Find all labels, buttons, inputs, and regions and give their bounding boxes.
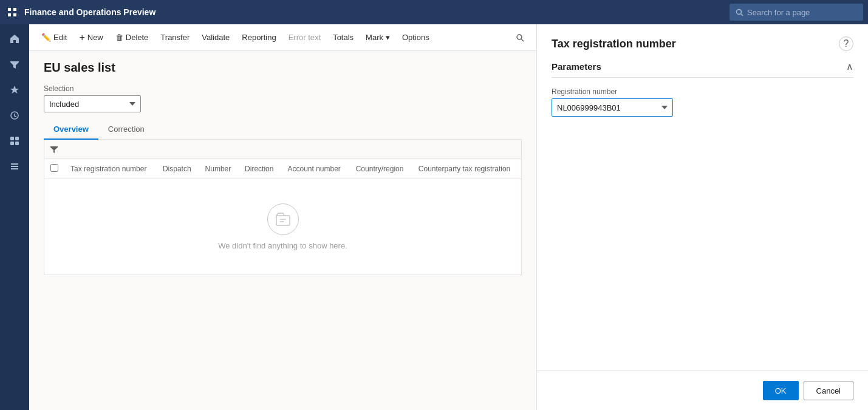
svg-rect-12 — [11, 166, 18, 167]
mark-chevron-icon: ▾ — [386, 33, 390, 42]
svg-rect-7 — [10, 137, 14, 140]
col-counterparty-tax-reg: Counterparty tax registration — [412, 159, 521, 179]
svg-rect-0 — [8, 8, 11, 11]
svg-rect-16 — [276, 216, 290, 225]
edit-icon: ✏️ — [41, 33, 51, 42]
selection-dropdown[interactable]: Included All Excluded — [44, 95, 141, 112]
svg-rect-10 — [15, 142, 19, 145]
new-icon: + — [79, 32, 84, 43]
parameters-section: Parameters ∧ Registration number NL00699… — [537, 51, 868, 136]
right-panel: Tax registration number ? Parameters ∧ R… — [536, 24, 868, 410]
selection-label: Selection — [44, 84, 522, 93]
col-direction: Direction — [239, 159, 281, 179]
svg-rect-2 — [8, 13, 11, 16]
svg-rect-11 — [11, 163, 18, 165]
search-input[interactable] — [747, 8, 844, 17]
delete-icon: 🗑 — [115, 33, 123, 42]
page-content: EU sales list Selection Included All Exc… — [29, 51, 536, 410]
tab-correction[interactable]: Correction — [98, 120, 154, 140]
select-all-checkbox[interactable] — [50, 164, 58, 172]
svg-line-5 — [741, 13, 743, 16]
content-area: ✏️ Edit + New 🗑 Delete Transfer Validate… — [29, 24, 536, 410]
col-dispatch: Dispatch — [157, 159, 199, 179]
empty-message: We didn't find anything to show here. — [218, 241, 347, 250]
collapse-icon[interactable]: ∧ — [846, 61, 853, 72]
registration-number-label: Registration number — [552, 87, 853, 96]
ok-button[interactable]: OK — [763, 381, 799, 400]
app-title: Finance and Operations Preview — [24, 7, 725, 17]
svg-rect-1 — [13, 8, 16, 11]
grid-menu-icon[interactable] — [5, 5, 19, 19]
registration-number-select[interactable]: NL006999943B01 — [552, 98, 673, 117]
edit-button[interactable]: ✏️ Edit — [36, 28, 72, 47]
sidebar-item-list[interactable] — [2, 154, 27, 179]
transfer-button[interactable]: Transfer — [155, 28, 194, 47]
reporting-button[interactable]: Reporting — [237, 28, 281, 47]
table-wrapper: Tax registration number Dispatch Number … — [44, 140, 522, 275]
main-layout: ✏️ Edit + New 🗑 Delete Transfer Validate… — [0, 24, 868, 410]
sidebar-item-workspace[interactable] — [2, 129, 27, 153]
sidebar-item-home[interactable] — [2, 27, 27, 51]
filter-bar — [44, 140, 521, 159]
parameters-label: Parameters — [552, 61, 601, 72]
registration-number-field: Registration number NL006999943B01 — [552, 87, 853, 117]
mark-button[interactable]: Mark ▾ — [361, 28, 395, 47]
sidebar-item-favorites[interactable] — [2, 78, 27, 102]
delete-button[interactable]: 🗑 Delete — [111, 28, 154, 47]
panel-footer: OK Cancel — [537, 371, 868, 410]
top-bar: Finance and Operations Preview — [0, 0, 868, 24]
totals-button[interactable]: Totals — [328, 28, 358, 47]
svg-line-15 — [521, 39, 524, 41]
new-button[interactable]: + New — [74, 28, 108, 47]
col-checkbox — [44, 159, 64, 179]
selection-row: Selection Included All Excluded — [44, 84, 522, 112]
data-table: Tax registration number Dispatch Number … — [44, 159, 521, 275]
col-tax-reg-number: Tax registration number — [64, 159, 157, 179]
tabs-bar: Overview Correction — [44, 120, 522, 140]
empty-state-row: We didn't find anything to show here. — [44, 179, 521, 275]
left-sidebar — [0, 24, 29, 410]
filter-icon[interactable] — [47, 142, 61, 157]
sidebar-item-filter[interactable] — [2, 52, 27, 77]
help-icon[interactable]: ? — [839, 36, 853, 51]
svg-point-4 — [737, 9, 742, 14]
parameters-header: Parameters ∧ — [552, 61, 853, 78]
search-toolbar-icon[interactable] — [511, 28, 529, 47]
right-panel-title: Tax registration number — [552, 38, 676, 50]
page-title: EU sales list — [44, 61, 522, 75]
svg-rect-8 — [15, 137, 19, 140]
sidebar-item-recent[interactable] — [2, 103, 27, 128]
table-header-row: Tax registration number Dispatch Number … — [44, 159, 521, 179]
options-button[interactable]: Options — [397, 28, 434, 47]
col-account-number: Account number — [281, 159, 349, 179]
search-box[interactable] — [730, 4, 863, 21]
col-country-region: Country/region — [350, 159, 412, 179]
cancel-button[interactable]: Cancel — [804, 381, 853, 400]
svg-point-14 — [517, 35, 522, 39]
col-number: Number — [199, 159, 239, 179]
empty-state: We didn't find anything to show here. — [44, 179, 521, 275]
right-panel-header: Tax registration number ? — [537, 24, 868, 51]
error-text-button[interactable]: Error text — [284, 28, 326, 47]
svg-rect-3 — [13, 13, 16, 16]
svg-rect-9 — [10, 142, 14, 145]
svg-rect-13 — [11, 168, 18, 169]
toolbar: ✏️ Edit + New 🗑 Delete Transfer Validate… — [29, 24, 536, 51]
validate-button[interactable]: Validate — [197, 28, 234, 47]
tab-overview[interactable]: Overview — [44, 120, 98, 140]
empty-folder-icon — [267, 203, 299, 235]
